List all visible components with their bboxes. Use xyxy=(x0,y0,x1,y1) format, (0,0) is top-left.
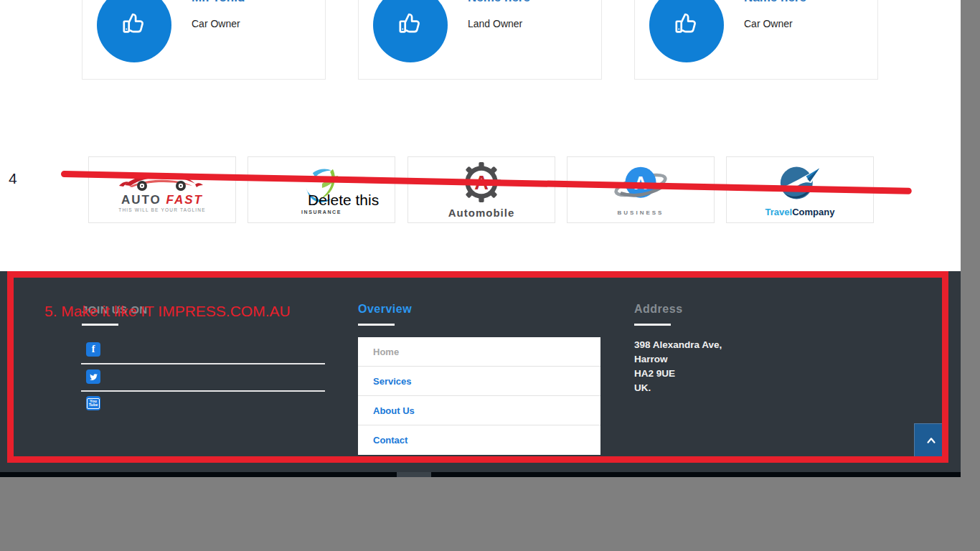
annotation-impress-note: 5. Make it like IT IMPRESS.COM.AU xyxy=(44,303,291,320)
address-line: 398 Alexandra Ave, xyxy=(634,338,722,352)
address-line: Harrow xyxy=(634,352,722,367)
footer-link-home[interactable]: Home xyxy=(358,337,600,367)
chevron-up-icon xyxy=(925,434,938,447)
scroll-to-top-button[interactable] xyxy=(914,423,948,458)
annotation-step-number: 4 xyxy=(9,170,17,187)
auto-fast-tagline: THIS WILL BE YOUR TAGLINE xyxy=(118,207,206,212)
footer-link-services[interactable]: Services xyxy=(358,367,600,396)
address-underline xyxy=(634,324,671,326)
testimonial-name: Name here xyxy=(744,0,806,5)
footer-link-about-us[interactable]: About Us xyxy=(358,396,600,425)
auto-fast-car-icon xyxy=(115,167,209,194)
desktop-background: Mr. Tohid Car Owner Neme here Land Owner xyxy=(0,0,980,551)
divider xyxy=(81,390,325,392)
thumbs-up-icon xyxy=(118,7,151,43)
page-footer: JOIN US ON f YouTube Overview Home Servi… xyxy=(0,271,961,472)
facebook-icon[interactable]: f xyxy=(86,342,100,357)
divider xyxy=(81,363,325,364)
thumbs-up-icon xyxy=(670,7,703,43)
address-line: UK. xyxy=(634,381,722,395)
annotation-delete-note: Delete this xyxy=(308,192,379,209)
testimonial-card: Name here Car Owner xyxy=(634,0,878,80)
avatar xyxy=(649,0,724,62)
testimonial-card: Mr. Tohid Car Owner xyxy=(82,0,326,80)
overview-heading: Overview xyxy=(358,303,412,316)
business-label: BUSINESS xyxy=(618,209,664,216)
client-logo-automobile: A Automobile xyxy=(407,156,555,223)
testimonial-name: Neme here xyxy=(468,0,530,5)
address-block: 398 Alexandra Ave, Harrow HA2 9UE UK. xyxy=(634,338,722,395)
testimonial-card: Neme here Land Owner xyxy=(358,0,602,80)
testimonial-role: Car Owner xyxy=(744,18,793,29)
twitter-bird-icon xyxy=(89,372,98,382)
travel-company-wordmark: TravelCompany xyxy=(765,207,835,217)
testimonial-role: Car Owner xyxy=(192,18,240,29)
footer-link-contact[interactable]: Contact xyxy=(358,425,600,455)
join-us-underline xyxy=(82,324,118,326)
youtube-icon[interactable]: YouTube xyxy=(86,396,100,410)
footer-nav-menu: Home Services About Us Contact xyxy=(358,337,600,455)
auto-fast-wordmark: AUTO FAST xyxy=(121,194,203,206)
testimonial-name: Mr. Tohid xyxy=(192,0,245,5)
client-logo-auto-fast: AUTO FAST THIS WILL BE YOUR TAGLINE xyxy=(88,156,236,223)
browser-bottom-strip xyxy=(0,472,961,477)
automobile-label: Automobile xyxy=(448,207,515,219)
avatar xyxy=(97,0,171,62)
horizontal-scrollbar-thumb[interactable] xyxy=(397,472,431,477)
twitter-icon[interactable] xyxy=(86,369,100,384)
address-line: HA2 9UE xyxy=(634,367,722,381)
address-heading: Address xyxy=(634,303,683,316)
thumbs-up-icon xyxy=(394,7,427,43)
overview-underline xyxy=(358,324,395,326)
avatar xyxy=(373,0,448,62)
client-logo-insurance: INSURANCE xyxy=(248,156,395,223)
insurance-label: INSURANCE xyxy=(301,209,341,215)
testimonial-role: Land Owner xyxy=(468,18,522,29)
